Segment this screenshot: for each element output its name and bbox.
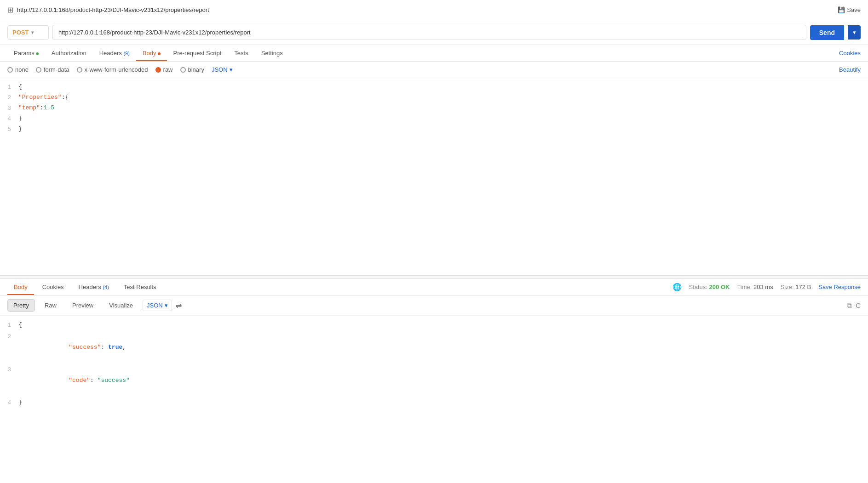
radio-raw (155, 67, 161, 73)
method-chevron-icon: ▾ (31, 30, 34, 35)
title-url: http://127.0.0.1:168/product-http-23/DJI… (17, 6, 209, 13)
globe-icon: 🌐 (673, 283, 682, 291)
size-label: Size: (781, 284, 794, 290)
response-format-bar: Pretty Raw Preview Visualize JSON ▾ ⇌ ⧉ … (0, 295, 868, 316)
method-label: POST (12, 29, 29, 36)
resp-fmt-visualize[interactable]: Visualize (103, 299, 139, 312)
resp-action-icons: ⧉ C (847, 301, 861, 310)
headers-badge: (4) (103, 284, 109, 290)
resp-json-selector[interactable]: JSON ▾ (143, 300, 172, 311)
req-line-3: 3 "temp":1.5 (0, 103, 868, 114)
body-dot (158, 52, 161, 55)
resp-fmt-pretty[interactable]: Pretty (7, 299, 35, 312)
resp-tab-cookies[interactable]: Cookies (36, 279, 70, 295)
beautify-button[interactable]: Beautify (839, 66, 861, 73)
resp-line-4: 4 } (0, 397, 868, 409)
resp-line-1: 1 { (0, 319, 868, 331)
size-value: 172 B (795, 284, 811, 290)
params-dot (36, 52, 39, 55)
save-icon: 💾 (838, 6, 845, 13)
json-chevron-icon: ▾ (230, 66, 233, 73)
response-body-editor[interactable]: 1 { 2 "success": true, 3 "code": "succes… (0, 316, 868, 483)
send-button[interactable]: Send (810, 25, 844, 40)
cookies-link[interactable]: Cookies (839, 45, 861, 61)
body-type-raw[interactable]: raw (155, 66, 173, 73)
body-type-formdata[interactable]: form-data (36, 66, 69, 73)
json-type-selector[interactable]: JSON ▾ (212, 66, 233, 73)
tab-prerequest[interactable]: Pre-request Script (167, 45, 228, 61)
response-status: 🌐 Status: 200 OK Time: 203 ms Size: 172 … (673, 283, 861, 291)
time-label: Time: (737, 284, 752, 290)
resp-line-3: 3 "code": "success" (0, 364, 868, 397)
panel-divider (0, 275, 868, 279)
body-type-binary[interactable]: binary (180, 66, 204, 73)
radio-binary (180, 67, 186, 73)
req-line-4: 4 } (0, 114, 868, 124)
send-dropdown-button[interactable]: ▾ (848, 25, 861, 40)
body-type-urlencoded[interactable]: x-www-form-urlencoded (77, 66, 148, 73)
tab-tests[interactable]: Tests (228, 45, 254, 61)
response-tabs: Body Cookies Headers (4) Test Results 🌐 … (0, 279, 868, 295)
resp-tab-testresults[interactable]: Test Results (117, 279, 163, 295)
radio-formdata (36, 67, 41, 73)
radio-urlencoded (77, 67, 82, 73)
request-body-editor[interactable]: 1 { 2 "Properties":{ 3 "temp":1.5 4 } 5 … (0, 78, 868, 275)
response-code: 1 { 2 "success": true, 3 "code": "succes… (0, 316, 868, 412)
req-line-2: 2 "Properties":{ (0, 92, 868, 103)
copy-icon[interactable]: ⧉ (847, 301, 852, 310)
tab-params[interactable]: Params (7, 45, 45, 61)
body-type-none[interactable]: none (7, 66, 29, 73)
body-type-selector: none form-data x-www-form-urlencoded raw… (0, 62, 868, 78)
resp-fmt-preview[interactable]: Preview (66, 299, 99, 312)
status-value: 200 OK (709, 284, 730, 290)
clear-icon[interactable]: C (856, 301, 861, 309)
title-bar-left: ⊞ http://127.0.0.1:168/product-http-23/D… (7, 6, 209, 14)
title-bar: ⊞ http://127.0.0.1:168/product-http-23/D… (0, 0, 868, 20)
tab-settings[interactable]: Settings (255, 45, 289, 61)
wrap-lines-icon[interactable]: ⇌ (176, 301, 182, 310)
url-bar: POST ▾ Send ▾ (0, 20, 868, 45)
save-response-button[interactable]: Save Response (818, 284, 861, 290)
request-tabs: Params Authorization Headers (9) Body Pr… (0, 45, 868, 62)
tab-body[interactable]: Body (136, 45, 167, 61)
send-chevron-icon: ▾ (853, 29, 856, 36)
save-button[interactable]: 💾 Save (838, 6, 861, 13)
time-value: 203 ms (753, 284, 773, 290)
status-label: Status: (689, 284, 707, 290)
app-icon: ⊞ (7, 6, 13, 14)
request-code: 1 { 2 "Properties":{ 3 "temp":1.5 4 } 5 … (0, 78, 868, 138)
resp-json-chevron-icon: ▾ (165, 302, 168, 309)
tab-headers[interactable]: Headers (9) (93, 45, 136, 61)
url-input[interactable] (52, 25, 806, 40)
req-line-5: 5 } (0, 124, 868, 135)
req-line-1: 1 { (0, 82, 868, 92)
tab-authorization[interactable]: Authorization (45, 45, 93, 61)
resp-tab-headers[interactable]: Headers (4) (72, 279, 115, 295)
resp-line-2: 2 "success": true, (0, 331, 868, 364)
radio-none (7, 67, 13, 73)
method-selector[interactable]: POST ▾ (7, 25, 49, 40)
resp-tab-body[interactable]: Body (7, 279, 34, 295)
resp-fmt-raw[interactable]: Raw (39, 299, 63, 312)
